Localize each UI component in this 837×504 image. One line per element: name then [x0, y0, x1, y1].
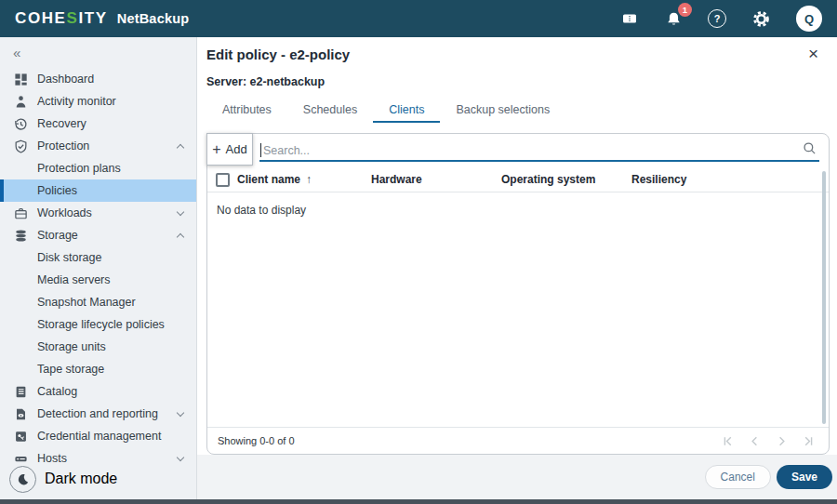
window-bottom-edge: [0, 499, 837, 504]
workloads-icon: [13, 206, 28, 220]
table-footer: Showing 0-0 of 0: [207, 427, 829, 454]
text-caret: [260, 143, 261, 157]
panel-action-bar: Cancel Save: [197, 455, 837, 499]
edit-policy-panel: Edit policy - e2-policy × Server: e2-net…: [197, 37, 837, 455]
sidebar-item-dashboard[interactable]: Dashboard: [0, 68, 196, 90]
sidebar-item-label: Storage: [37, 229, 78, 242]
save-button[interactable]: Save: [777, 465, 832, 489]
showing-count-label: Showing 0-0 of 0: [218, 435, 295, 446]
sidebar-item-catalog[interactable]: Catalog: [0, 380, 196, 403]
cohesity-logo: COHESITY: [15, 9, 108, 28]
catalog-icon: [13, 384, 28, 399]
sidebar-item-policies[interactable]: Policies: [0, 179, 196, 202]
previous-page-icon[interactable]: [748, 434, 762, 448]
ticket-icon[interactable]: [619, 8, 640, 29]
sidebar-item-protection-plans[interactable]: Protection plans: [0, 157, 196, 179]
next-page-icon[interactable]: [775, 434, 789, 448]
empty-state-message: No data to display: [217, 204, 306, 217]
sidebar-item-label: Activity monitor: [37, 95, 116, 108]
scrollbar-thumb[interactable]: [822, 171, 826, 424]
activity-monitor-icon: [13, 94, 28, 109]
sidebar-item-label: Recovery: [37, 117, 86, 130]
column-header-resiliency[interactable]: Resiliency: [631, 173, 829, 186]
product-name: NetBackup: [117, 11, 190, 26]
sort-ascending-icon: ↑: [306, 173, 312, 186]
storage-icon: [13, 228, 28, 243]
dashboard-icon: [13, 72, 28, 86]
top-bar: COHESITY NetBackup 1 ? Q: [0, 0, 837, 37]
sidebar-item-label: Protection plans: [37, 162, 121, 175]
add-button[interactable]: + Add: [206, 133, 253, 166]
search-icon[interactable]: [803, 141, 817, 159]
sidebar-item-label: Credential management: [37, 430, 161, 443]
plus-icon: +: [212, 141, 220, 158]
select-all-checkbox[interactable]: [216, 173, 230, 187]
tab-schedules[interactable]: Schedules: [287, 99, 373, 123]
detection-reporting-icon: [13, 406, 28, 421]
sidebar-item-label: Protection: [37, 139, 89, 153]
user-avatar[interactable]: Q: [796, 6, 822, 32]
sidebar-item-protection[interactable]: Protection: [0, 135, 196, 157]
sidebar-item-credential-management[interactable]: Credential management: [0, 425, 196, 447]
sidebar-item-disk-storage[interactable]: Disk storage: [0, 246, 196, 269]
sidebar-item-label: Dashboard: [37, 73, 94, 86]
sidebar-item-label: Policies: [37, 184, 77, 197]
sidebar-item-label: Detection and reporting: [37, 407, 158, 420]
tab-backup-selections[interactable]: Backup selections: [440, 99, 565, 123]
search-focus-underline: [259, 160, 819, 162]
close-icon[interactable]: ×: [797, 46, 830, 62]
sidebar-item-label: Workloads: [37, 206, 92, 219]
sidebar-item-label: Snapshot Manager: [37, 296, 136, 309]
pagination-controls: [721, 434, 816, 448]
settings-gear-icon[interactable]: [751, 8, 771, 29]
sidebar-item-workloads[interactable]: Workloads: [0, 202, 196, 224]
sidebar-item-label: Catalog: [37, 385, 77, 398]
sidebar-item-label: Tape storage: [37, 363, 104, 376]
search-bar: [207, 134, 829, 167]
last-page-icon[interactable]: [802, 434, 816, 448]
moon-icon: [9, 466, 36, 493]
sidebar-item-storage-lifecycle-policies[interactable]: Storage lifecycle policies: [0, 313, 196, 336]
sidebar-item-tape-storage[interactable]: Tape storage: [0, 358, 196, 380]
chevron-up-icon: [177, 144, 184, 152]
credential-management-icon: [13, 429, 28, 444]
chevron-up-icon: [177, 233, 184, 241]
table-header-row: Client name↑ Hardware Operating system R…: [207, 167, 829, 192]
sidebar-item-storage-units[interactable]: Storage units: [0, 336, 196, 358]
notification-badge: 1: [678, 3, 692, 17]
sidebar-item-label: Media servers: [37, 273, 111, 286]
cancel-button[interactable]: Cancel: [705, 465, 771, 489]
tab-attributes[interactable]: Attributes: [206, 99, 287, 123]
sidebar-item-label: Storage lifecycle policies: [37, 318, 165, 331]
tab-clients[interactable]: Clients: [373, 99, 440, 123]
server-label: Server: e2-netbackup: [206, 75, 830, 89]
sidebar-item-media-servers[interactable]: Media servers: [0, 269, 196, 291]
clients-table-card: + Add Client name↑ Hardware Operating sy…: [206, 133, 830, 455]
sidebar-item-detection-and-reporting[interactable]: Detection and reporting: [0, 403, 196, 425]
notifications-bell-icon[interactable]: 1: [663, 8, 684, 29]
column-header-operating-system[interactable]: Operating system: [501, 173, 631, 186]
sidebar-item-snapshot-manager[interactable]: Snapshot Manager: [0, 291, 196, 313]
search-input[interactable]: [263, 139, 788, 162]
table-body: No data to display: [207, 192, 829, 427]
help-icon[interactable]: ?: [707, 8, 727, 29]
chevron-down-icon: [177, 409, 184, 417]
sidebar-item-storage[interactable]: Storage: [0, 224, 196, 246]
dark-mode-label: Dark mode: [45, 471, 117, 487]
column-header-client-name[interactable]: Client name↑: [237, 173, 371, 186]
first-page-icon[interactable]: [721, 434, 735, 448]
sidebar-item-activity-monitor[interactable]: Activity monitor: [0, 90, 196, 113]
tab-bar: Attributes Schedules Clients Backup sele…: [206, 99, 830, 123]
sidebar-item-label: Storage units: [37, 340, 106, 353]
page-title: Edit policy - e2-policy: [206, 46, 350, 64]
sidebar-item-label: Disk storage: [37, 251, 101, 264]
brand-logo: COHESITY NetBackup: [15, 9, 189, 28]
dark-mode-toggle[interactable]: Dark mode: [0, 458, 196, 499]
sidebar: « Dashboard Activity monitor Recovery Pr…: [0, 37, 197, 499]
sidebar-item-recovery[interactable]: Recovery: [0, 113, 196, 135]
chevron-down-icon: [177, 208, 184, 216]
recovery-icon: [13, 116, 28, 131]
protection-shield-icon: [13, 139, 28, 153]
sidebar-collapse-button[interactable]: «: [0, 37, 196, 62]
column-header-hardware[interactable]: Hardware: [371, 173, 501, 186]
